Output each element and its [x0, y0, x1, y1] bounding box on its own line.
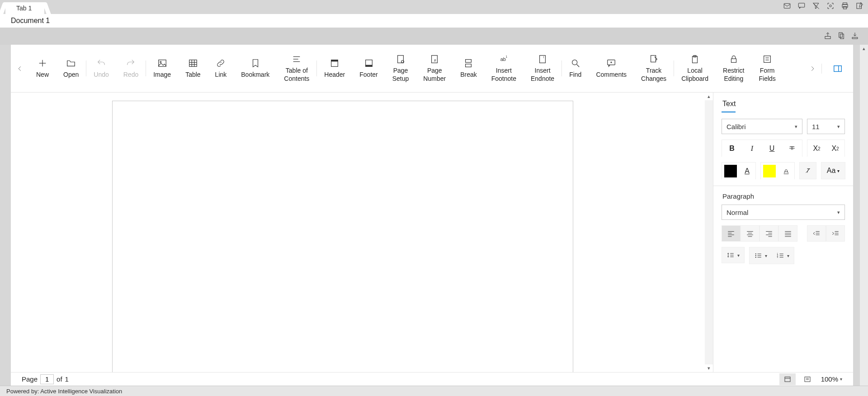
restrict-editing-label: Restrict Editing: [723, 67, 744, 83]
chevron-down-icon: ▾: [795, 124, 797, 130]
canvas[interactable]: [11, 93, 705, 372]
redo-button[interactable]: Redo: [116, 54, 146, 83]
screenshot-icon[interactable]: [826, 2, 835, 11]
svg-rect-1: [798, 3, 805, 7]
scroll-down-icon[interactable]: ▾: [708, 364, 710, 372]
insert-footnote-button[interactable]: ab1Insert Footnote: [484, 54, 524, 83]
svg-point-3: [830, 5, 832, 7]
bookmark-button[interactable]: Bookmark: [234, 54, 277, 83]
font-color-picker[interactable]: A: [739, 163, 755, 180]
page-setup-label: Page Setup: [392, 67, 409, 83]
font-family-value: Calibri: [726, 123, 746, 130]
download-icon[interactable]: [851, 32, 859, 41]
toc-button[interactable]: Table of Contents: [277, 54, 316, 83]
find-button[interactable]: Find: [562, 54, 589, 83]
font-color-swatch[interactable]: [722, 163, 739, 180]
numbered-list-button[interactable]: 123▾: [772, 247, 794, 264]
toolbar: New Open Undo Redo Image Table Link Book…: [11, 45, 853, 93]
side-panel-toggle[interactable]: [821, 64, 853, 74]
new-button[interactable]: New: [29, 54, 56, 83]
page-current-input[interactable]: [40, 374, 54, 384]
align-justify-button[interactable]: [778, 225, 797, 242]
superscript-button[interactable]: X2: [807, 140, 826, 157]
clear-formatting-button[interactable]: [799, 162, 816, 179]
local-clipboard-button[interactable]: Local Clipboard: [674, 54, 716, 83]
tab[interactable]: Tab 1: [5, 2, 44, 14]
svg-rect-6: [843, 7, 847, 9]
increase-indent-button[interactable]: [826, 225, 845, 242]
toolbar-scroll-left[interactable]: [11, 65, 29, 72]
link-button[interactable]: Link: [208, 54, 234, 83]
page-total: 1: [65, 375, 69, 383]
edit-icon[interactable]: [855, 2, 863, 11]
restrict-editing-button[interactable]: Restrict Editing: [716, 54, 751, 83]
workspace: New Open Undo Redo Image Table Link Book…: [11, 45, 853, 386]
scroll-track[interactable]: [705, 100, 713, 364]
track-changes-button[interactable]: Track Changes: [634, 54, 674, 83]
undo-button[interactable]: Undo: [86, 54, 116, 83]
page[interactable]: [112, 101, 573, 372]
decrease-indent-button[interactable]: [807, 225, 826, 242]
change-case-button[interactable]: Aa▾: [821, 162, 845, 179]
subscript-button[interactable]: X2: [826, 140, 844, 157]
svg-rect-96: [805, 377, 810, 382]
form-fields-button[interactable]: Form Fields: [752, 54, 783, 83]
font-size-select[interactable]: 11 ▾: [807, 119, 845, 134]
svg-rect-7: [857, 3, 862, 9]
highlight-color-swatch[interactable]: [761, 163, 778, 180]
page-view-button[interactable]: [779, 373, 796, 385]
footer-text: Powered by: Active Intelligence Visualiz…: [6, 388, 122, 395]
chevron-down-icon: ▾: [840, 377, 842, 382]
track-changes-label: Track Changes: [641, 67, 666, 83]
svg-rect-10: [840, 34, 844, 39]
underline-button[interactable]: U: [762, 140, 782, 157]
highlight-color-picker[interactable]: [778, 163, 794, 180]
font-family-select[interactable]: Calibri ▾: [722, 119, 802, 134]
header-button[interactable]: Header: [317, 54, 352, 83]
vertical-scrollbar[interactable]: ▴ ▾: [705, 93, 713, 372]
page-setup-button[interactable]: Page Setup: [385, 54, 416, 83]
copy-doc-icon[interactable]: [837, 32, 845, 41]
page-label: Page: [22, 375, 38, 383]
scroll-up-icon[interactable]: ▴: [708, 93, 710, 100]
svg-point-14: [160, 61, 161, 63]
italic-button[interactable]: I: [742, 140, 762, 157]
image-button[interactable]: Image: [146, 54, 178, 83]
paragraph-style-select[interactable]: Normal ▾: [722, 205, 845, 220]
bold-button[interactable]: B: [722, 140, 742, 157]
comment-icon[interactable]: [797, 2, 806, 11]
table-button[interactable]: Table: [178, 54, 208, 83]
page-of-label: of: [57, 375, 62, 383]
line-spacing-button[interactable]: ▾: [722, 247, 745, 263]
web-view-button[interactable]: [799, 373, 816, 385]
export-icon[interactable]: [824, 32, 832, 41]
svg-rect-31: [466, 60, 472, 62]
scroll-up-icon[interactable]: ▴: [863, 46, 865, 51]
bullet-list-button[interactable]: ▾: [750, 247, 772, 264]
align-left-button[interactable]: [722, 225, 741, 242]
page-number-button[interactable]: #Page Number: [416, 54, 453, 83]
svg-rect-8: [825, 36, 830, 38]
footer-button[interactable]: Footer: [352, 54, 385, 83]
open-button[interactable]: Open: [56, 54, 86, 83]
paragraph-style-value: Normal: [726, 209, 748, 216]
align-center-button[interactable]: [741, 225, 760, 242]
insert-endnote-button[interactable]: iInsert Endnote: [524, 54, 561, 83]
bookmark-label: Bookmark: [241, 71, 269, 79]
zoom-select[interactable]: 100% ▾: [821, 375, 842, 383]
strikethrough-button[interactable]: [782, 140, 802, 157]
document-title: Document 1: [11, 17, 50, 25]
break-button[interactable]: Break: [453, 54, 484, 83]
tab-bar: Tab 1: [0, 0, 868, 14]
filter-off-icon[interactable]: [812, 2, 820, 11]
comments-button[interactable]: Comments: [589, 54, 634, 83]
find-label: Find: [569, 71, 581, 79]
svg-text:1: 1: [506, 55, 508, 58]
mail-icon[interactable]: [783, 2, 791, 11]
comments-label: Comments: [596, 71, 627, 79]
toolbar-scroll-right[interactable]: [803, 65, 821, 72]
print-icon[interactable]: [841, 2, 849, 11]
align-right-button[interactable]: [760, 225, 778, 242]
outer-scrollbar[interactable]: ▴: [860, 45, 868, 386]
new-label: New: [36, 71, 49, 79]
